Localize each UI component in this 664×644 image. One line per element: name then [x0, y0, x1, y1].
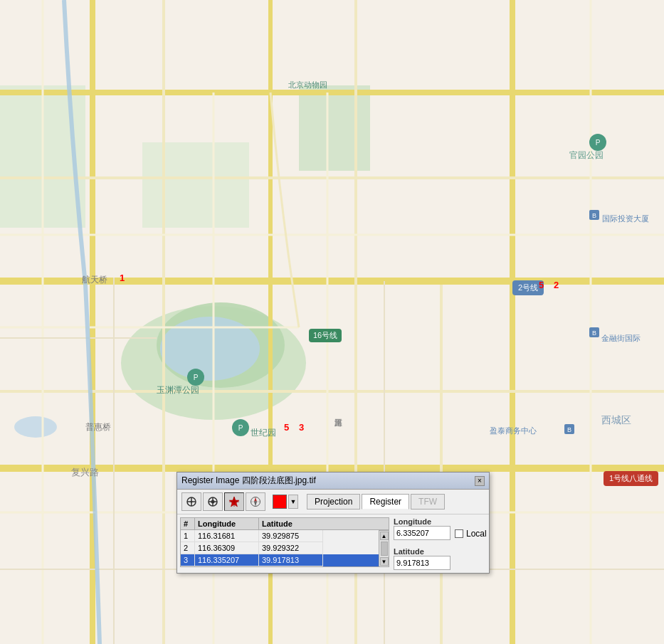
svg-text:P: P — [194, 374, 199, 381]
svg-text:B: B — [592, 212, 596, 219]
scroll-up[interactable]: ▲ — [380, 532, 389, 540]
color-dropdown-arrow[interactable]: ▼ — [288, 495, 298, 509]
svg-point-46 — [191, 501, 193, 503]
row3-latitude: 39.917813 — [259, 554, 323, 566]
coord-panel: Longitude Local Latitude — [394, 517, 486, 570]
map-container: P B B P P B 官园公园 国际投资大厦 金融街国际 西城区 盈泰商务中心… — [0, 0, 664, 644]
tab-tfw[interactable]: TFW — [411, 494, 445, 510]
dialog-titlebar: Register Image 四阶段法底图.jpg.tif × — [177, 473, 489, 490]
latitude-row: Latitude — [394, 547, 486, 570]
table-row[interactable]: 1 116.31681 39.929875 — [181, 530, 379, 542]
dialog-toolbar: ▼ Projection Register TFW — [177, 490, 489, 514]
col-header-latitude: Latitude — [259, 518, 323, 529]
svg-text:P: P — [238, 424, 243, 432]
local-row: Local — [455, 529, 487, 539]
col-header-num: # — [181, 518, 195, 529]
table-rows: 1 116.31681 39.929875 2 116.36309 39.929… — [180, 530, 379, 567]
svg-point-50 — [211, 500, 215, 504]
local-label: Local — [466, 529, 487, 539]
color-selector[interactable]: ▼ — [273, 495, 298, 509]
dialog-close-button[interactable]: × — [475, 476, 485, 486]
tab-register[interactable]: Register — [362, 494, 409, 510]
svg-rect-4 — [142, 142, 249, 228]
dialog-body: # Longitude Latitude 1 116.31681 39.9298… — [177, 514, 489, 573]
svg-text:B: B — [567, 426, 571, 433]
row2-num: 2 — [181, 542, 195, 554]
table-scrollbar[interactable]: ▲ ▼ — [379, 530, 389, 567]
scroll-down[interactable]: ▼ — [380, 557, 389, 566]
color-swatch — [273, 495, 287, 509]
longitude-row: Longitude Local — [394, 517, 486, 540]
row3-num: 3 — [181, 554, 195, 566]
tab-projection[interactable]: Projection — [307, 494, 360, 510]
longitude-label: Longitude — [394, 517, 486, 526]
table-section: # Longitude Latitude 1 116.31681 39.9298… — [180, 517, 389, 570]
toolbar-btn-star[interactable] — [224, 492, 244, 511]
latitude-input[interactable] — [394, 556, 450, 570]
toolbar-btn-compass[interactable] — [246, 492, 265, 511]
svg-text:P: P — [596, 139, 601, 147]
svg-rect-3 — [299, 85, 370, 171]
col-header-longitude: Longitude — [195, 518, 259, 529]
svg-point-7 — [14, 416, 57, 438]
toolbar-btn-crosshair1[interactable] — [181, 492, 201, 511]
row2-latitude: 39.929322 — [259, 542, 323, 554]
table-header: # Longitude Latitude — [180, 517, 389, 530]
table-row[interactable]: 3 116.335207 39.917813 — [181, 554, 379, 566]
row2-longitude: 116.36309 — [195, 542, 259, 554]
row1-num: 1 — [181, 530, 195, 542]
row1-latitude: 39.929875 — [259, 530, 323, 542]
table-row[interactable]: 2 116.36309 39.929322 — [181, 542, 379, 554]
longitude-input[interactable] — [394, 526, 450, 540]
register-image-dialog: Register Image 四阶段法底图.jpg.tif × — [176, 472, 490, 574]
toolbar-btn-crosshair2[interactable] — [203, 492, 223, 511]
local-checkbox[interactable] — [455, 529, 463, 538]
svg-text:B: B — [592, 329, 596, 337]
row1-longitude: 116.31681 — [195, 530, 259, 542]
latitude-label: Latitude — [394, 547, 486, 556]
scroll-thumb[interactable] — [381, 542, 388, 556]
row3-longitude: 116.335207 — [195, 554, 259, 566]
dialog-title: Register Image 四阶段法底图.jpg.tif — [181, 475, 316, 487]
